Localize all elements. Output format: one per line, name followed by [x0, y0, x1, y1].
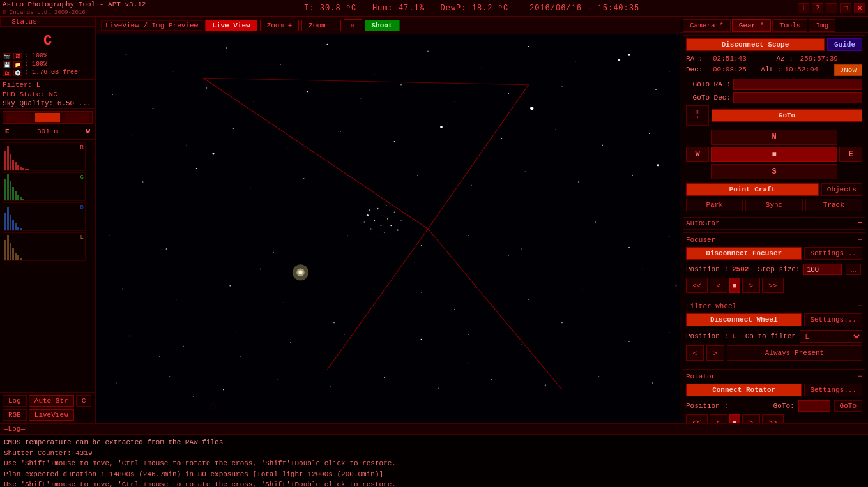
svg-point-34: [602, 144, 603, 146]
more-button[interactable]: ...: [846, 264, 860, 275]
nav-w-button[interactable]: W: [686, 147, 709, 162]
auto-str-button[interactable]: Auto Str: [29, 395, 74, 407]
tab-camera[interactable]: Camera *: [683, 19, 731, 32]
rotator-settings-button[interactable]: Settings...: [804, 384, 862, 396]
svg-point-5: [326, 44, 328, 45]
zoom-out-button[interactable]: Zoom -: [301, 20, 341, 31]
focuser-fwd-btn[interactable]: >: [742, 278, 760, 293]
svg-point-76: [628, 247, 630, 248]
camera-icon: 📷: [3, 53, 11, 59]
focuser-prev-btn[interactable]: <<: [686, 278, 708, 293]
guide-button[interactable]: Guide: [827, 38, 862, 51]
minimize-button[interactable]: _: [826, 3, 837, 13]
svg-point-59: [142, 181, 143, 182]
disconnect-wheel-button[interactable]: Disconnect Wheel: [686, 313, 802, 326]
rgb-button[interactable]: RGB: [3, 409, 27, 421]
focuser-settings-button[interactable]: Settings...: [804, 247, 862, 260]
tab-gear[interactable]: Gear *: [732, 19, 772, 32]
zoom-in-button[interactable]: Zoom +: [260, 20, 300, 31]
svg-point-89: [183, 345, 184, 347]
nav-n-button[interactable]: N: [711, 130, 837, 145]
filter-fwd-btn[interactable]: >: [706, 345, 724, 361]
c-button[interactable]: C: [76, 395, 92, 407]
svg-point-18: [360, 98, 361, 98]
svg-point-94: [468, 334, 468, 335]
autostar-section[interactable]: AutoStar +: [683, 217, 865, 230]
goto-ra-input[interactable]: [733, 79, 862, 90]
nav-e-button[interactable]: E: [839, 147, 862, 162]
filter-display: Filter: L: [0, 80, 95, 90]
rotator-back-btn[interactable]: <: [710, 414, 727, 423]
close-button[interactable]: ✕: [854, 3, 865, 13]
rotator-prev-btn[interactable]: <<: [686, 414, 708, 423]
svg-point-25: [132, 135, 133, 135]
focuser-stop-btn[interactable]: ■: [729, 278, 740, 293]
goto-dec-input[interactable]: [733, 92, 862, 103]
svg-point-107: [545, 384, 546, 386]
svg-point-87: [676, 285, 677, 287]
rotator-next-btn[interactable]: >>: [762, 414, 784, 423]
svg-point-17: [307, 91, 308, 92]
svg-point-79: [176, 299, 177, 299]
folder-icon: 📁: [13, 61, 22, 68]
info-button[interactable]: i: [798, 3, 809, 13]
step-size-input[interactable]: [803, 264, 842, 275]
svg-point-126: [333, 322, 335, 324]
focuser-section: Focuser − Disconnect Focuser Settings...…: [683, 232, 865, 296]
focuser-next-btn[interactable]: >>: [762, 278, 784, 293]
svg-point-73: [468, 235, 469, 236]
log-line-3: Plan expected duration : 14800s (246.7mi…: [4, 469, 864, 480]
image-icon: 🖼: [13, 53, 22, 59]
liveview-button[interactable]: LiveView: [29, 409, 74, 421]
jnow-button[interactable]: JNow: [834, 64, 862, 76]
track-button[interactable]: Track: [805, 199, 862, 211]
point-craft-button[interactable]: Point Craft: [686, 183, 819, 196]
svg-point-96: [575, 336, 575, 336]
tab-img[interactable]: Img: [809, 19, 835, 32]
rotator-goto-input[interactable]: [798, 400, 830, 412]
log-button[interactable]: Log: [3, 395, 27, 407]
sync-button[interactable]: Sync: [745, 199, 802, 211]
rotator-goto-button[interactable]: GoTo: [834, 400, 862, 412]
svg-point-117: [508, 255, 508, 256]
park-button[interactable]: Park: [686, 199, 743, 211]
rotator-stop-btn[interactable]: ■: [729, 414, 740, 423]
nav-stop-button[interactable]: ■: [711, 147, 837, 162]
svg-point-19: [400, 84, 401, 85]
goto-filter-select[interactable]: LRGB: [800, 330, 862, 343]
always-present-button[interactable]: Always Present: [727, 345, 862, 361]
arrows-button[interactable]: ⇔: [344, 19, 362, 31]
connect-rotator-button[interactable]: Connect Rotator: [686, 384, 802, 396]
svg-point-49: [397, 230, 399, 231]
nav-s-button[interactable]: S: [711, 164, 837, 179]
disconnect-scope-button[interactable]: Disconnect Scope: [686, 38, 825, 51]
svg-point-69: [166, 248, 167, 250]
help-button[interactable]: ?: [812, 3, 823, 13]
svg-point-37: [377, 208, 379, 210]
goto-button[interactable]: GoTo: [712, 109, 862, 122]
svg-point-122: [159, 356, 160, 357]
m-button[interactable]: m ': [686, 105, 709, 126]
tab-tools[interactable]: Tools: [772, 19, 807, 32]
svg-point-13: [112, 94, 113, 95]
focuser-back-btn[interactable]: <: [710, 278, 727, 293]
compass-e: E: [5, 128, 10, 135]
svg-point-109: [652, 382, 653, 383]
filter-settings-button[interactable]: Settings...: [804, 313, 862, 326]
log-section: — Log — CMOS temperature can be extracte…: [0, 423, 868, 487]
svg-point-38: [387, 218, 388, 220]
svg-point-21: [508, 93, 509, 94]
filter-prev-btn[interactable]: <: [686, 345, 704, 361]
objects-button[interactable]: Objects: [821, 183, 862, 196]
svg-point-31: [448, 124, 448, 125]
maximize-button[interactable]: □: [840, 3, 851, 13]
shoot-button[interactable]: Shoot: [365, 20, 400, 31]
disconnect-focuser-button[interactable]: Disconnect Focuser: [686, 247, 802, 260]
svg-point-44: [364, 221, 365, 222]
rotator-fwd-btn[interactable]: >: [742, 414, 760, 423]
focuser-top-row: Disconnect Focuser Settings...: [686, 247, 862, 260]
preview-header: LiveView / Img Preview Live View Zoom + …: [96, 17, 680, 34]
image-area: [96, 34, 680, 423]
filter-wheel-top-row: Disconnect Wheel Settings...: [686, 313, 862, 326]
live-view-button[interactable]: Live View: [205, 20, 257, 31]
